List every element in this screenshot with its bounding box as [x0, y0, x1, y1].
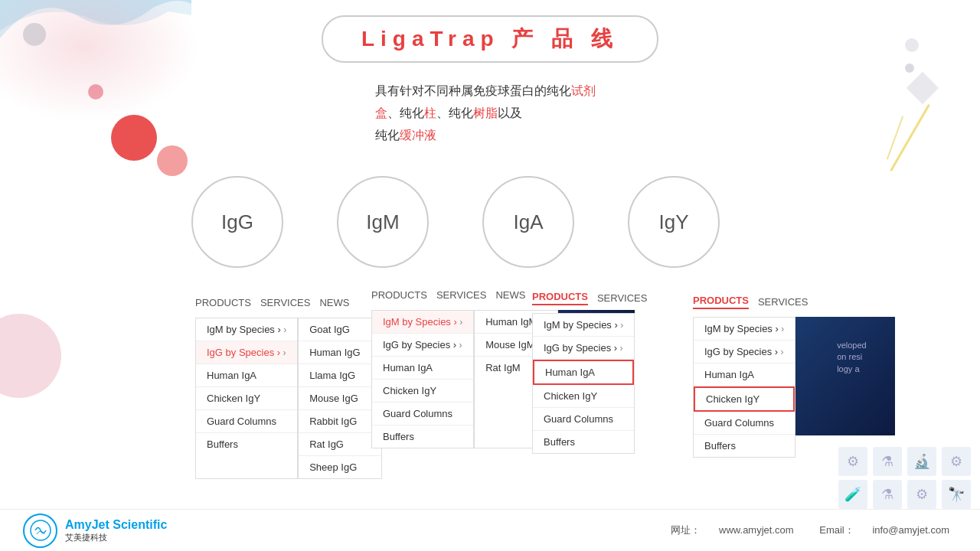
panel1-igg-species[interactable]: IgG by Species ›: [196, 341, 297, 364]
footer-website-label: 网址：: [671, 524, 701, 536]
panel4-human-iga[interactable]: Human IgA: [694, 364, 795, 386]
panel3-nav-services[interactable]: SERVICES: [597, 292, 648, 305]
panel1-human-igg[interactable]: Human IgG: [299, 341, 381, 364]
desc-red-2: 柱: [424, 106, 436, 119]
panel1-menu: IgM by Species › IgG by Species › Human …: [195, 318, 382, 479]
panel2-nav-services[interactable]: SERVICES: [436, 289, 487, 302]
bottom-icons: ⚙ ⚗ 🔬 ⚙ 🧪 ⚗ ⚙ 🔭: [838, 447, 972, 509]
panel3-navbar: PRODUCTS SERVICES: [532, 291, 647, 305]
header-title: LigaTrap 产 品 线: [361, 24, 619, 54]
logo-svg: [29, 519, 52, 542]
panel2-igm-species[interactable]: IgM by Species ›: [372, 311, 473, 334]
panel1-nav-news[interactable]: NEWS: [319, 297, 349, 310]
header-title-box: LigaTrap 产 品 线: [322, 15, 658, 63]
panel4-navbar: PRODUCTS SERVICES: [693, 295, 895, 309]
panel4-chicken-igy[interactable]: Chicken IgY: [694, 386, 795, 412]
panel1-llama-igg[interactable]: Llama IgG: [299, 364, 381, 387]
panel3-buffers[interactable]: Buffers: [533, 431, 634, 453]
igy-text: velopedon resilogy a: [834, 340, 895, 375]
panel2-igg-species[interactable]: IgG by Species ›: [372, 334, 473, 357]
panel1-chicken-igy[interactable]: Chicken IgY: [196, 387, 297, 410]
product-circles-row: IgG IgM IgA IgY: [191, 176, 720, 268]
bottom-icon-1: ⚙: [838, 447, 867, 476]
panel1-navbar: PRODUCTS SERVICES NEWS: [195, 297, 382, 310]
bottom-icon-5: 🧪: [838, 480, 867, 509]
panel1-guard-columns[interactable]: Guard Columns: [196, 410, 297, 433]
bottom-icon-8: 🔭: [942, 480, 971, 509]
panel4-igg-species[interactable]: IgG by Species ›: [694, 341, 795, 364]
panel2-guard-columns[interactable]: Guard Columns: [372, 403, 473, 425]
desc-red-3: 树脂: [473, 106, 498, 119]
panel4-col1: IgM by Species › IgG by Species › Human …: [693, 317, 795, 458]
desc-red-4: 缓冲液: [400, 129, 436, 142]
panel1-rat-igg[interactable]: Rat IgG: [299, 433, 381, 456]
panel3-igg-species[interactable]: IgG by Species ›: [533, 337, 634, 360]
bottom-icon-2: ⚗: [873, 447, 902, 476]
panel1-buffers[interactable]: Buffers: [196, 433, 297, 455]
panel4-nav-products[interactable]: PRODUCTS: [693, 295, 749, 309]
footer-website: www.amyjet.com: [719, 524, 794, 536]
panel4-nav-services[interactable]: SERVICES: [758, 296, 808, 309]
panel2-human-iga[interactable]: Human IgA: [372, 357, 473, 380]
panel4-buffers[interactable]: Buffers: [694, 435, 795, 457]
description-block: 具有针对不同种属免疫球蛋白的纯化试剂盒、纯化柱、纯化树脂以及纯化缓冲液: [375, 80, 612, 146]
footer-email-label: Email：: [819, 524, 854, 536]
circle-iga[interactable]: IgA: [482, 176, 574, 268]
panel1-nav-services[interactable]: SERVICES: [260, 297, 311, 310]
panel2-chicken-igy[interactable]: Chicken IgY: [372, 380, 473, 403]
panel1-sheep-igg[interactable]: Sheep IgG: [299, 456, 381, 478]
panel-iga: PRODUCTS SERVICES IgM by Species › IgG b…: [532, 291, 647, 454]
panel-igy: PRODUCTS SERVICES IgM by Species › IgG b…: [693, 295, 895, 458]
panel-igg: PRODUCTS SERVICES NEWS IgM by Species › …: [195, 297, 382, 479]
panel3-igm-species[interactable]: IgM by Species ›: [533, 314, 634, 337]
bottom-icon-6: ⚗: [873, 480, 902, 509]
panel1-human-iga[interactable]: Human IgA: [196, 364, 297, 387]
panel1-col2: Goat IgG Human IgG Llama IgG Mouse IgG R…: [298, 318, 382, 479]
footer-contact: 网址： www.amyjet.com Email： info@amyjet.co…: [663, 523, 957, 537]
panel3-human-iga[interactable]: Human IgA: [533, 360, 634, 385]
panel3-guard-columns[interactable]: Guard Columns: [533, 408, 634, 431]
panel3-nav-products[interactable]: PRODUCTS: [532, 291, 588, 305]
footer-email: info@amyjet.com: [872, 524, 949, 536]
logo-cn: 艾美捷科技: [65, 532, 167, 543]
logo-text: AmyJet Scientific 艾美捷科技: [65, 518, 167, 543]
panel4-menu: IgM by Species › IgG by Species › Human …: [693, 317, 895, 458]
circle-igy[interactable]: IgY: [628, 176, 720, 268]
panel2-nav-products[interactable]: PRODUCTS: [371, 289, 427, 302]
panel1-nav-products[interactable]: PRODUCTS: [195, 297, 251, 310]
footer: AmyJet Scientific 艾美捷科技 网址： www.amyjet.c…: [0, 509, 980, 551]
panel2-buffers[interactable]: Buffers: [372, 425, 473, 448]
panel1-col1: IgM by Species › IgG by Species › Human …: [195, 318, 298, 479]
logo-circle: [23, 514, 57, 548]
panel2-col1: IgM by Species › IgG by Species › Human …: [371, 310, 474, 448]
circle-igm[interactable]: IgM: [337, 176, 429, 268]
panel2-nav-news[interactable]: NEWS: [495, 289, 525, 302]
panel3-menu: IgM by Species › IgG by Species › Human …: [532, 313, 647, 454]
panel4-guard-columns[interactable]: Guard Columns: [694, 412, 795, 435]
panel1-igm-species[interactable]: IgM by Species ›: [196, 318, 297, 341]
desc-line1: 具有针对不同种属免疫球蛋白的纯化试剂盒、纯化柱、纯化树脂以及纯化缓冲液: [375, 84, 596, 142]
bottom-icon-7: ⚙: [907, 480, 936, 509]
logo-area: AmyJet Scientific 艾美捷科技: [23, 514, 167, 548]
panel3-chicken-igy[interactable]: Chicken IgY: [533, 385, 634, 408]
circle-igg[interactable]: IgG: [191, 176, 283, 268]
bottom-icon-3: 🔬: [907, 447, 936, 476]
panel3-col1: IgM by Species › IgG by Species › Human …: [532, 313, 635, 454]
panel4-igm-species[interactable]: IgM by Species ›: [694, 318, 795, 341]
panel1-mouse-igg[interactable]: Mouse IgG: [299, 387, 381, 410]
header-title-wrap: LigaTrap 产 品 线: [322, 15, 658, 63]
panel1-goat-igg[interactable]: Goat IgG: [299, 318, 381, 341]
panel1-rabbit-igg[interactable]: Rabbit IgG: [299, 410, 381, 433]
logo-en: AmyJet Scientific: [65, 518, 167, 532]
bottom-icon-4: ⚙: [942, 447, 971, 476]
panel4-image: velopedon resilogy a: [795, 317, 895, 435]
